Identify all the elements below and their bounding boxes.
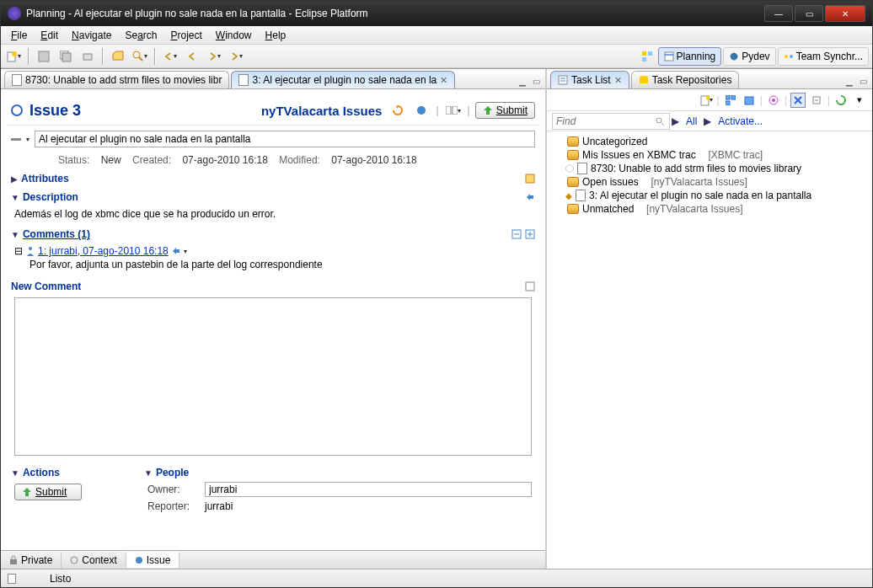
owner-input[interactable] — [205, 482, 532, 497]
tree-uncategorized[interactable]: Uncategorized — [549, 135, 870, 148]
focus-icon[interactable] — [766, 93, 781, 108]
new-task-icon[interactable]: ▾ — [699, 93, 714, 108]
actions-submit-button[interactable]: Submit — [14, 484, 82, 500]
refresh-attributes-icon[interactable] — [525, 174, 535, 184]
summary-input[interactable] — [35, 131, 535, 147]
view-menu-icon[interactable]: ▾ — [852, 93, 867, 108]
nav-back-button[interactable] — [183, 47, 201, 66]
all-link[interactable]: All — [686, 115, 697, 127]
maximize-view-icon[interactable]: ▭ — [530, 75, 542, 87]
priority-dropdown-icon[interactable]: ▾ — [26, 136, 29, 143]
close-view-icon[interactable]: ✕ — [614, 75, 622, 86]
attributes-header[interactable]: ▶ Attributes — [8, 171, 538, 186]
editor-tab-8730[interactable]: 8730: Unable to add strm files to movies… — [4, 71, 229, 88]
maximize-comment-icon[interactable] — [525, 281, 535, 291]
menu-search[interactable]: Search — [118, 28, 163, 43]
svg-rect-36 — [726, 95, 730, 99]
print-button[interactable] — [78, 47, 97, 66]
titlebar: Planning - Al ejecutar el plugin no sale… — [1, 1, 872, 26]
svg-rect-25 — [526, 282, 534, 291]
minimize-right-view-icon[interactable]: ▁ — [844, 75, 855, 87]
collapse-tree-icon[interactable] — [809, 93, 824, 108]
layout-icon[interactable]: ▾ — [444, 101, 463, 120]
tree-open-issues[interactable]: Open issues [nyTValacarta Issues] — [549, 175, 870, 189]
description-header[interactable]: ▼ Description — [8, 190, 538, 205]
nav-forward-dropdown[interactable]: ▾ — [227, 47, 245, 66]
filter-icon[interactable] — [790, 93, 806, 108]
editor-tab-label: 3: Al ejecutar el plugin no sale nada en… — [252, 74, 436, 86]
perspective-pydev[interactable]: Pydev — [723, 47, 775, 66]
submit-button[interactable]: Submit — [475, 102, 535, 119]
svg-rect-18 — [526, 174, 534, 183]
perspective-team-sync[interactable]: Team Synchr... — [778, 47, 869, 66]
open-perspective-button[interactable] — [638, 47, 656, 66]
categorized-icon[interactable] — [723, 93, 738, 108]
reply-icon[interactable] — [525, 192, 535, 202]
nav-forward-button[interactable]: ▾ — [205, 47, 223, 66]
created-value: 07-ago-2010 16:18 — [182, 154, 267, 166]
collapse-icon[interactable] — [11, 138, 21, 141]
minimize-view-icon[interactable]: ▁ — [517, 75, 528, 87]
svg-rect-8 — [642, 51, 646, 56]
tab-issue[interactable]: Issue — [126, 552, 180, 568]
close-button[interactable]: ✕ — [825, 5, 865, 22]
close-tab-icon[interactable]: ✕ — [440, 75, 447, 86]
history-icon[interactable] — [412, 101, 431, 120]
query-icon — [567, 177, 579, 187]
find-input[interactable] — [552, 113, 670, 130]
tab-context[interactable]: Context — [62, 553, 126, 568]
sync-icon[interactable] — [833, 93, 849, 108]
activate-link[interactable]: Activate... — [718, 115, 763, 127]
tab-private[interactable]: Private — [1, 553, 62, 568]
svg-line-7 — [139, 57, 142, 61]
svg-rect-5 — [83, 54, 92, 60]
menu-file[interactable]: File — [4, 28, 34, 43]
activate-task-icon[interactable] — [565, 164, 574, 173]
task-list-toolbar: ▾ | | | | ▾ — [547, 89, 872, 111]
people-header[interactable]: ▼ People — [141, 465, 538, 480]
tab-task-repositories[interactable]: Task Repositories — [631, 71, 740, 88]
expand-all-icon[interactable] — [525, 229, 535, 239]
menu-window[interactable]: Window — [209, 28, 259, 43]
editor-tabs: 8730: Unable to add strm files to movies… — [1, 69, 545, 89]
editor-tab-3[interactable]: 3: Al ejecutar el plugin no sale nada en… — [231, 71, 455, 88]
search-button[interactable]: ▾ — [131, 47, 149, 66]
editor-tab-label: 8730: Unable to add strm files to movies… — [25, 74, 222, 86]
minimize-button[interactable]: — — [764, 5, 793, 22]
svg-rect-37 — [731, 95, 736, 99]
comment-1-header[interactable]: ⊟ 1: jurrabi, 07-ago-2010 16:18 ▾ — [14, 245, 532, 257]
maximize-right-view-icon[interactable]: ▭ — [857, 75, 869, 87]
menu-project[interactable]: Project — [163, 28, 208, 43]
perspective-planning[interactable]: Planning — [658, 47, 722, 66]
save-all-button[interactable] — [56, 47, 75, 66]
save-button[interactable] — [35, 47, 53, 66]
reply-comment-icon[interactable] — [172, 247, 180, 255]
statusbar: Listo — [1, 569, 872, 587]
new-button[interactable]: ▾ — [4, 47, 23, 66]
main-toolbar: ▾ ▾ ▾ ▾ ▾ Planning Pydev Team Synchr... — [1, 45, 872, 68]
comments-header[interactable]: ▼ Comments (1) — [8, 227, 538, 242]
svg-point-41 — [772, 99, 775, 102]
menu-navigate[interactable]: Navigate — [65, 28, 118, 43]
refresh-icon[interactable] — [388, 101, 407, 120]
tree-mis-issues[interactable]: Mis Issues en XBMC trac [XBMC trac] — [549, 148, 870, 162]
svg-rect-33 — [640, 78, 648, 83]
open-task-button[interactable] — [109, 47, 127, 66]
nav-back-dropdown[interactable]: ▾ — [161, 47, 179, 66]
tree-task-3[interactable]: ◆ 3: Al ejecutar el plugin no sale nada … — [549, 189, 870, 202]
tree-unmatched[interactable]: Unmatched [nyTValacarta Issues] — [549, 202, 870, 216]
tab-task-list[interactable]: Task List ✕ — [550, 71, 629, 88]
task-icon — [12, 74, 22, 86]
description-section: ▼ Description Además el log de xbmc dice… — [8, 190, 538, 223]
collapse-all-icon[interactable] — [511, 229, 522, 239]
menu-edit[interactable]: Edit — [34, 28, 65, 43]
collapse-comment-icon[interactable]: ⊟ — [14, 245, 23, 257]
issue-repo[interactable]: nyTValacarta Issues — [261, 104, 382, 118]
comment-menu-icon[interactable]: ▾ — [184, 248, 187, 255]
tree-task-8730[interactable]: 8730: Unable to add strm files to movies… — [549, 162, 870, 175]
new-comment-textarea[interactable] — [14, 297, 532, 456]
maximize-button[interactable]: ▭ — [795, 5, 823, 22]
scheduled-icon[interactable] — [742, 93, 757, 108]
menu-help[interactable]: Help — [259, 28, 293, 43]
actions-header[interactable]: ▼ Actions — [8, 465, 134, 480]
